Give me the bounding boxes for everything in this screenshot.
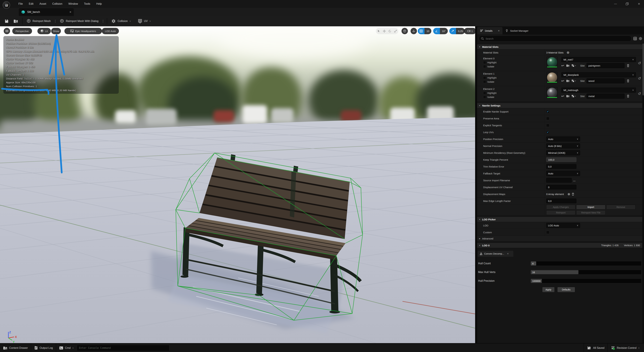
highlight-checkbox[interactable] [483,92,486,94]
section-expand-icon[interactable]: ▼ [479,46,480,48]
viewport-options-button[interactable] [4,28,10,34]
hull-count-slider[interactable]: 4 [530,261,642,266]
reimport-mesh-with-dialog-button[interactable]: Reimport Mesh With Dialog [57,17,101,25]
trim-relative-error-input[interactable]: 0,0 [546,164,576,169]
select-tool-icon[interactable] [377,30,380,32]
delete-slot-icon[interactable] [626,79,630,82]
rotation-snap-value[interactable]: 10° [440,28,448,34]
minimize-button[interactable]: — [612,1,619,7]
browse-to-asset-icon[interactable] [566,94,570,98]
reset-to-default-icon[interactable]: ↺ [638,61,641,66]
source-import-filename-input[interactable] [546,178,572,182]
rotation-snap-toggle[interactable]: 10° [433,28,448,34]
convex-decomposition-tab[interactable]: Convex Decomp... ✕ [478,251,513,257]
section-lod0[interactable]: ▼ LOD 0 Triangles: 1 426 Vertices: 1 930 [477,243,642,248]
section-nanite-settings[interactable]: ▼ Nanite Settings [477,103,642,108]
normal-precision-dropdown[interactable]: Auto (8 bits)∨ [546,144,580,148]
grid-snap-toggle[interactable]: 10 [418,28,431,34]
use-selected-asset-icon[interactable]: ↩ [561,79,564,83]
isolate-checkbox[interactable] [483,65,486,68]
material-thumbnail[interactable] [546,72,558,83]
hull-precision-slider[interactable]: 100000 [530,278,642,283]
material-thumbnail[interactable] [546,57,558,68]
max-hull-verts-slider[interactable]: 16 [530,270,642,274]
row-advanced[interactable]: ▶ Advanced [477,236,642,241]
menu-edit[interactable]: Edit [26,1,36,6]
details-scroll-area[interactable]: ▼ Material Slots Material Slots 3 Materi… [477,43,642,343]
browse-to-asset-button[interactable] [11,17,20,25]
coordinate-space-button[interactable] [402,28,408,34]
isolate-checkbox[interactable] [483,80,486,83]
highlight-checkbox[interactable] [483,61,486,64]
advanced-expand-icon[interactable]: ▶ [479,238,480,240]
menu-asset[interactable]: Asset [37,1,48,6]
highlight-checkbox[interactable] [483,76,486,79]
close-button[interactable]: ✕ [635,1,643,7]
reimport-new-file-button[interactable]: Reimport New File [576,210,606,215]
add-material-slot-button[interactable]: ⊕ [566,50,569,54]
tab-sm-bench[interactable]: SM_bench ✕ [19,8,74,16]
texture-streaming-dropdown[interactable]: ∨ [572,64,576,67]
reimport-mesh-options-icon[interactable]: ⋮ [53,19,57,23]
viewport[interactable]: Z X Y Perspective Lit Show Epic Headquar… [0,26,475,343]
rotate-tool-icon[interactable] [388,30,391,32]
scale-snap-value[interactable]: 0,25 [456,28,465,34]
remove-button[interactable]: Remove [606,205,636,210]
slot-name-input[interactable]: metal [586,94,624,98]
console-command-box[interactable] [77,345,170,351]
preserve-area-checkbox[interactable] [546,117,550,120]
delete-slot-icon[interactable] [626,94,630,98]
restore-button[interactable] [624,1,631,7]
reimport-mesh-button[interactable]: Reimport Mesh [24,17,53,25]
collision-dropdown-button[interactable]: Collision ∨ [109,17,133,25]
panel-splitter[interactable] [475,26,477,343]
surface-snapping-button[interactable] [410,28,417,34]
material-select-dropdown[interactable]: MI_doorplank ∨ [561,72,636,77]
menu-window[interactable]: Window [66,1,80,6]
keep-triangle-percent-input[interactable]: 100,0 [546,157,576,162]
browse-to-asset-icon[interactable] [566,64,570,67]
lod-dropdown[interactable]: LOD Auto [102,28,119,34]
console-command-input[interactable] [79,346,168,350]
revision-control-button[interactable]: Revision Control ∨ [608,344,644,352]
tab-close-icon[interactable]: ✕ [69,10,72,14]
save-button[interactable] [2,17,11,25]
search-input[interactable] [485,37,630,40]
fallback-target-dropdown[interactable]: Auto∨ [546,171,580,176]
scale-snap-toggle[interactable]: 0,25 [449,28,465,34]
lerp-uvs-checkbox[interactable]: ✓ [546,131,550,134]
lit-mode-dropdown[interactable]: Lit [38,28,51,34]
clear-array-button[interactable] [572,192,574,196]
apply-changes-button[interactable]: Apply Changes [546,205,576,210]
max-edge-length-factor-input[interactable]: 0,0 [546,198,576,203]
tab-socket-manager[interactable]: Socket Manager [502,27,531,34]
perspective-dropdown[interactable]: Perspective [12,28,32,34]
menu-help[interactable]: Help [94,1,104,6]
slot-name-input[interactable]: paintgreen [586,63,624,68]
reimport-button[interactable]: Reimport [546,210,576,215]
menu-file[interactable]: File [16,1,25,6]
camera-speed-button[interactable]: 1 [464,28,475,34]
delete-slot-icon[interactable] [626,64,630,67]
search-box[interactable] [479,36,632,42]
details-tab-close-icon[interactable]: ✕ [498,30,500,32]
isolate-checkbox[interactable] [483,96,486,98]
grid-snap-value[interactable]: 10 [424,28,431,34]
move-tool-icon[interactable] [383,30,386,32]
output-log-button[interactable]: Output Log [31,344,56,352]
material-select-dropdown[interactable]: MI_met7 ∨ [561,57,636,62]
slot-name-input[interactable]: wood [586,78,624,83]
minimum-residency-dropdown[interactable]: Minimal (32KB)∨ [546,150,580,155]
section-expand-icon[interactable]: ▼ [479,244,480,246]
section-expand-icon[interactable]: ▼ [479,218,480,220]
use-selected-asset-icon[interactable]: ↩ [561,94,564,98]
settings-gear-icon[interactable] [639,37,642,40]
texture-streaming-dropdown[interactable]: ∨ [572,80,576,82]
use-selected-asset-icon[interactable]: ↩ [561,64,564,68]
section-expand-icon[interactable]: ▼ [479,105,480,106]
custom-lod-checkbox[interactable] [546,231,550,234]
cmd-dropdown-button[interactable]: Cmd ∨ [56,344,75,352]
explicit-tangents-checkbox[interactable] [546,124,550,127]
add-array-element-button[interactable]: ⊕ [568,192,570,196]
texture-streaming-dropdown[interactable]: ∨ [572,95,576,98]
